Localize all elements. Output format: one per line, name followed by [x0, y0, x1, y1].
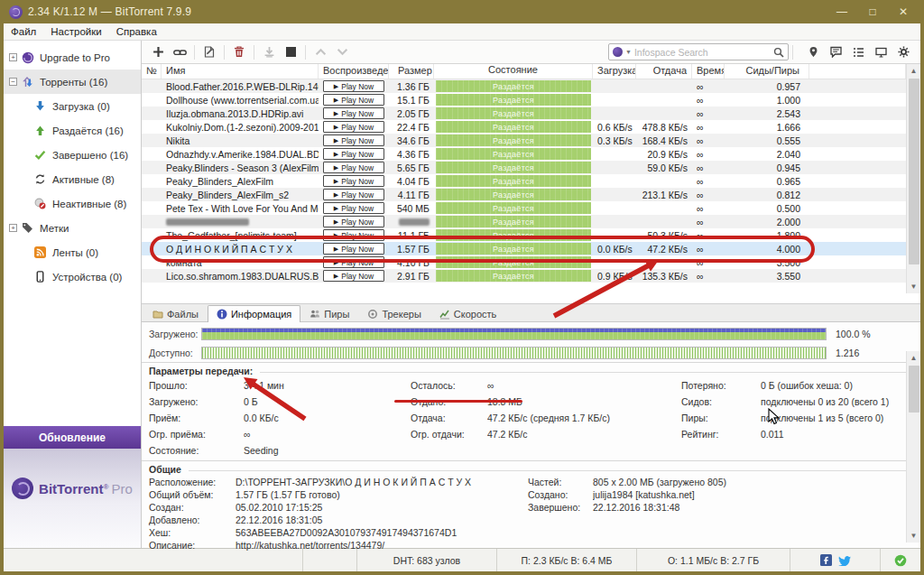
- detail-scrollbar[interactable]: ▲ ▼: [906, 351, 920, 543]
- tab-information[interactable]: Информация: [208, 305, 300, 322]
- search-input[interactable]: [634, 47, 771, 58]
- window-title: 2.34 K/1.12 M — BitTorrent 7.9.9: [28, 5, 827, 18]
- play-now-button[interactable]: ▶Play Now: [323, 256, 384, 268]
- sidebar-item-inactive[interactable]: Неактивные (8): [4, 191, 141, 216]
- tab-files[interactable]: Файлы: [143, 305, 208, 321]
- torrent-row[interactable]: Dollhouse (www.torrentserial.com.ua) ▶Pl…: [142, 93, 920, 107]
- update-button[interactable]: Обновление: [4, 426, 141, 449]
- play-now-button[interactable]: ▶Play Now: [323, 175, 384, 187]
- tab-peers[interactable]: Пиры: [300, 305, 358, 321]
- start-button[interactable]: [258, 43, 280, 61]
- col-size[interactable]: Размер: [389, 64, 434, 79]
- sidebar-item-downloading[interactable]: Загрузка (0): [4, 94, 141, 118]
- sidebar-item-torrents[interactable]: − Торренты (16): [4, 70, 141, 94]
- play-now-button[interactable]: ▶Play Now: [323, 229, 384, 241]
- col-play[interactable]: Воспроизведе...: [319, 64, 389, 79]
- pin-icon[interactable]: [802, 43, 825, 61]
- expand-icon[interactable]: +: [9, 224, 17, 232]
- col-number[interactable]: №: [142, 64, 162, 79]
- sidebar-item-labels[interactable]: + Метки: [4, 216, 141, 240]
- torrent-row[interactable]: Blood.Father.2016.P.WEB-DLRip.14O... ▶Pl…: [142, 79, 920, 93]
- torrent-eta: ∞: [692, 271, 725, 282]
- col-name[interactable]: Имя: [162, 64, 319, 79]
- facebook-icon[interactable]: [820, 554, 832, 566]
- chevron-down-icon[interactable]: ▼: [625, 49, 632, 55]
- table-scrollbar[interactable]: ▲ ▼: [906, 64, 920, 293]
- list-icon[interactable]: [847, 43, 870, 61]
- tab-trackers[interactable]: Трекеры: [358, 305, 430, 321]
- add-url-button[interactable]: [169, 43, 190, 61]
- torrent-row[interactable]: The_Godfather_[nolimits-team] ▶Play Now …: [142, 228, 920, 242]
- play-now-button[interactable]: ▶Play Now: [323, 202, 384, 214]
- col-download[interactable]: Загрузка: [593, 64, 636, 79]
- col-upload[interactable]: Отдача: [636, 64, 692, 79]
- sidebar-item-feeds[interactable]: Ленты (0): [4, 240, 141, 264]
- play-now-button[interactable]: ▶Play Now: [323, 243, 384, 255]
- torrent-seeds-peers: 1.000: [725, 95, 809, 106]
- torrent-row[interactable]: комната ▶Play Now 4.10 ГБ Раздаётся: [142, 255, 920, 269]
- torrent-row[interactable]: Peaky_Blinders_AlexFilm ▶Play Now 4.04 Г…: [142, 174, 920, 188]
- move-up-button[interactable]: [310, 43, 331, 61]
- sidebar-item-upgrade[interactable]: + Upgrade to Pro: [4, 45, 141, 70]
- chat-icon[interactable]: [825, 43, 847, 61]
- scrollbar-thumb[interactable]: [909, 366, 919, 413]
- play-now-button[interactable]: ▶Play Now: [323, 270, 384, 282]
- scroll-up-icon[interactable]: ▲: [907, 64, 920, 78]
- torrent-name: Lico.so.shramom.1983.DUALRUS.BDRi...: [162, 271, 319, 282]
- play-now-button[interactable]: ▶Play Now: [323, 162, 384, 173]
- torrent-row[interactable]: Peaky.Blinders - Season 3 (AlexFilm) ...…: [142, 161, 920, 174]
- downloaded-progressbar: [201, 328, 827, 340]
- twitter-icon[interactable]: [838, 555, 851, 566]
- sidebar-item-completed[interactable]: Завершено (16): [4, 143, 141, 167]
- menu-file[interactable]: Файл: [4, 26, 43, 37]
- collapse-icon[interactable]: −: [9, 78, 17, 86]
- search-engine-icon[interactable]: [613, 47, 623, 57]
- scroll-up-icon[interactable]: ▲: [907, 351, 920, 365]
- search-box[interactable]: ▼: [608, 43, 789, 60]
- scroll-down-icon[interactable]: ▼: [907, 280, 920, 293]
- stop-button[interactable]: [280, 43, 301, 61]
- play-now-button[interactable]: ▶Play Now: [323, 121, 384, 133]
- sidebar-item-seeding[interactable]: Раздаётся (16): [4, 118, 141, 143]
- settings-gear-icon[interactable]: [892, 43, 915, 61]
- play-now-button[interactable]: ▶Play Now: [323, 189, 384, 200]
- add-torrent-button[interactable]: [147, 43, 169, 61]
- minimize-button[interactable]: —: [827, 5, 857, 18]
- torrent-row[interactable]: Odnazhdy.v.Amerike.1984.DUAL.BDRi... ▶Pl…: [142, 147, 920, 161]
- sidebar-item-active[interactable]: Активные (8): [4, 167, 141, 191]
- torrent-row[interactable]: Iluzja.obmana.2013.D.HDRip.avi ▶Play Now…: [142, 107, 920, 120]
- play-now-button[interactable]: ▶Play Now: [323, 216, 384, 227]
- tab-speed[interactable]: Скорость: [430, 305, 506, 321]
- torrent-row[interactable]: Nikita ▶Play Now 34.6 ГБ Раздаётся 0.3 К…: [142, 134, 920, 147]
- col-eta[interactable]: Время: [692, 64, 725, 79]
- sidebar-item-label: Неактивные (8): [52, 199, 126, 209]
- torrent-row[interactable]: Lico.so.shramom.1983.DUALRUS.BDRi... ▶Pl…: [142, 269, 920, 283]
- torrent-row[interactable]: Kukolniy.Dom.(1-2.sezoni).2009-2010... ▶…: [142, 120, 920, 134]
- move-down-button[interactable]: [331, 43, 353, 61]
- status-ok-icon[interactable]: [894, 554, 907, 567]
- torrent-row[interactable]: Pete Tex - With Love For You And Me ... …: [142, 201, 920, 215]
- col-seeds-peers[interactable]: Сиды/Пиры: [725, 64, 809, 79]
- torrent-row[interactable]: ▶Play Now Раздаётся ∞ 2.000: [142, 215, 920, 228]
- play-now-button[interactable]: ▶Play Now: [323, 94, 384, 106]
- sidebar-item-devices[interactable]: Устройства (0): [4, 264, 141, 289]
- play-now-button[interactable]: ▶Play Now: [323, 134, 384, 146]
- play-now-button[interactable]: ▶Play Now: [323, 148, 384, 160]
- torrent-row[interactable]: О Д И Н О К И Й П А С Т У Х ▶Play Now 1.…: [142, 242, 920, 255]
- torrent-eta: ∞: [692, 149, 725, 160]
- close-button[interactable]: ✕: [888, 5, 919, 18]
- remove-button[interactable]: [228, 43, 250, 61]
- search-icon[interactable]: [773, 47, 784, 58]
- maximize-button[interactable]: □: [857, 5, 888, 18]
- expand-icon[interactable]: +: [9, 53, 17, 61]
- create-torrent-button[interactable]: [199, 43, 220, 61]
- scrollbar-thumb[interactable]: [909, 79, 919, 264]
- menu-help[interactable]: Справка: [109, 26, 164, 37]
- play-now-button[interactable]: ▶Play Now: [323, 80, 384, 92]
- menu-settings[interactable]: Настройки: [43, 26, 108, 37]
- remote-devices-icon[interactable]: [870, 43, 892, 61]
- play-now-button[interactable]: ▶Play Now: [323, 107, 384, 119]
- torrent-row[interactable]: Peaky_Blinders_AlexFilm_s2 ▶Play Now 4.1…: [142, 188, 920, 201]
- scroll-down-icon[interactable]: ▼: [907, 529, 920, 543]
- col-state[interactable]: Состояние: [434, 64, 593, 79]
